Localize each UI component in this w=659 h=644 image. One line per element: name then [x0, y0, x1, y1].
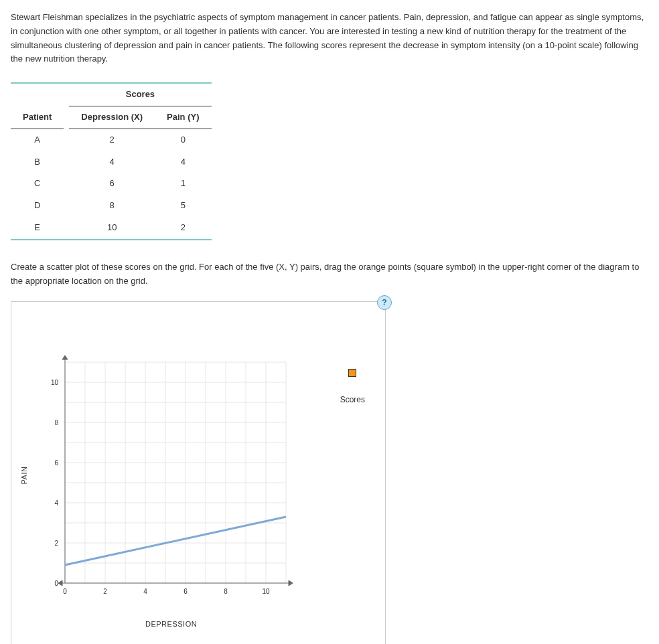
legend-label: Scores — [340, 394, 365, 406]
scatter-instruction: Create a scatter plot of these scores on… — [11, 260, 648, 289]
cell-y: 1 — [155, 173, 211, 195]
col-patient: Patient — [11, 106, 64, 129]
draggable-point-icon[interactable] — [348, 369, 356, 377]
cell-patient: B — [11, 151, 64, 173]
scores-header: Scores — [69, 83, 211, 106]
svg-marker-29 — [62, 355, 68, 359]
svg-marker-25 — [289, 580, 293, 586]
x-tick-labels: 0 2 4 6 8 10 — [63, 588, 270, 595]
svg-text:8: 8 — [54, 419, 58, 426]
svg-text:2: 2 — [54, 540, 58, 547]
scatter-plot-widget[interactable]: ? PAIN DEPRESSION Scores — [11, 301, 386, 644]
legend: Scores — [340, 369, 365, 406]
intro-paragraph: Stewart Fleishman specializes in the psy… — [11, 11, 648, 66]
cell-y: 4 — [155, 151, 211, 173]
trend-line — [65, 517, 286, 565]
cell-x: 6 — [69, 173, 155, 195]
cell-x: 10 — [69, 217, 155, 240]
gridlines — [65, 362, 286, 583]
plot-canvas[interactable]: 0 2 4 6 8 10 0 2 4 6 8 10 — [31, 335, 313, 617]
svg-text:4: 4 — [54, 499, 58, 507]
svg-text:10: 10 — [262, 588, 270, 595]
svg-text:6: 6 — [184, 588, 188, 595]
x-axis-label: DEPRESSION — [145, 619, 197, 631]
table-row: C 6 1 — [11, 173, 212, 195]
y-axis-label: PAIN — [19, 467, 31, 485]
svg-text:0: 0 — [63, 588, 67, 595]
svg-text:10: 10 — [51, 379, 59, 386]
svg-text:0: 0 — [54, 580, 58, 587]
table-row: E 10 2 — [11, 217, 212, 240]
cell-patient: E — [11, 217, 64, 240]
axes — [58, 355, 293, 586]
y-tick-labels: 0 2 4 6 8 10 — [51, 379, 59, 587]
table-row: B 4 4 — [11, 151, 212, 173]
col-pain: Pain (Y) — [155, 106, 211, 129]
cell-x: 2 — [69, 129, 155, 151]
score-table-wrapper: Scores Patient Depression (X) Pain (Y) A… — [11, 82, 648, 240]
score-table: Scores Patient Depression (X) Pain (Y) A… — [11, 82, 212, 240]
svg-text:6: 6 — [54, 459, 58, 467]
table-row: D 8 5 — [11, 195, 212, 217]
cell-x: 8 — [69, 195, 155, 217]
cell-patient: D — [11, 195, 64, 217]
cell-y: 0 — [155, 129, 211, 151]
cell-patient: C — [11, 173, 64, 195]
svg-text:8: 8 — [224, 588, 228, 595]
svg-text:2: 2 — [103, 588, 107, 595]
svg-marker-27 — [58, 580, 62, 586]
svg-text:4: 4 — [143, 588, 147, 595]
cell-patient: A — [11, 129, 64, 151]
cell-y: 5 — [155, 195, 211, 217]
cell-x: 4 — [69, 151, 155, 173]
col-depression: Depression (X) — [69, 106, 155, 129]
cell-y: 2 — [155, 217, 211, 240]
help-icon[interactable]: ? — [377, 295, 392, 310]
table-row: A 2 0 — [11, 129, 212, 151]
